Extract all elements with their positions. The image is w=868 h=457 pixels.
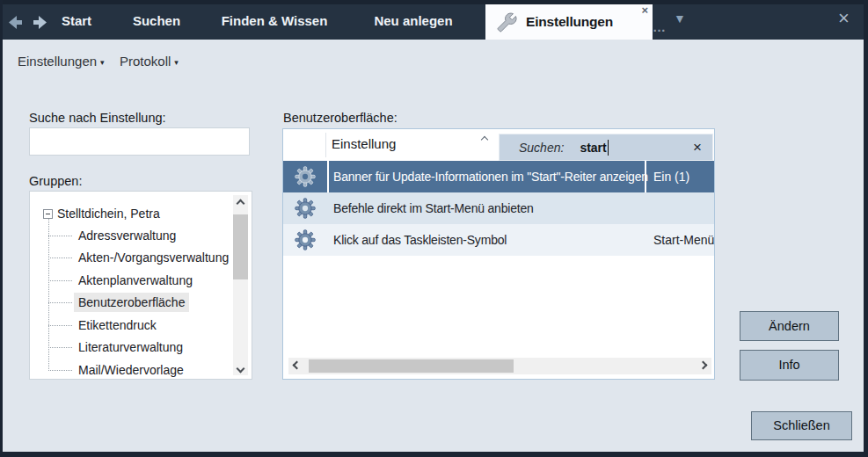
tree-item-aktenplanverwaltung[interactable]: Aktenplanverwaltung bbox=[74, 271, 197, 290]
setting-row-befehle-startmenu[interactable]: Befehle direkt im Start-Menü anbieten bbox=[283, 192, 714, 224]
section-label-benutzeroberflaeche: Benutzeroberfläche: bbox=[283, 111, 398, 125]
setting-row-banner-update[interactable]: Banner für Update-Informationen im "Star… bbox=[283, 161, 714, 192]
groups-tree: Stelltdichein, Petra Adressverwaltung Ak… bbox=[29, 191, 252, 380]
tree-connector-line bbox=[48, 370, 72, 371]
tab-suchen[interactable]: Suchen bbox=[128, 0, 186, 40]
title-bar: Start Suchen Finden & Wissen Neu anlegen… bbox=[0, 0, 868, 40]
scrollbar-thumb[interactable] bbox=[309, 359, 514, 373]
tab-finden-wissen[interactable]: Finden & Wissen bbox=[211, 0, 338, 40]
tab-neu-anlegen[interactable]: Neu anlegen bbox=[359, 0, 468, 40]
close-icon[interactable]: × bbox=[693, 141, 702, 155]
scroll-left-icon[interactable] bbox=[294, 362, 300, 368]
tab-einstellungen-active[interactable]: Einstellungen × bbox=[485, 4, 653, 40]
aendern-button[interactable]: Ändern bbox=[740, 311, 839, 341]
wrench-icon bbox=[497, 12, 517, 33]
grid-horizontal-scrollbar[interactable] bbox=[288, 358, 711, 374]
window-frame bbox=[0, 0, 3, 457]
menu-einstellungen[interactable]: Einstellungen ▾ bbox=[18, 54, 105, 69]
arrow-left-icon bbox=[8, 15, 27, 30]
tree-item-mail-wiedervorlage[interactable]: Mail/Wiedervorlage bbox=[74, 360, 188, 380]
gear-icon bbox=[294, 197, 317, 220]
setting-name: Befehle direkt im Start-Menü anbieten bbox=[333, 192, 534, 224]
tree-connector-line bbox=[48, 347, 72, 348]
nav-forward-button[interactable] bbox=[28, 15, 47, 30]
tree-vertical-scrollbar[interactable] bbox=[233, 195, 248, 375]
active-tab-label: Einstellungen bbox=[526, 14, 613, 30]
menu-protokoll-label: Protokoll bbox=[120, 54, 171, 69]
sort-ascending-icon bbox=[482, 137, 487, 142]
search-setting-label: Suche nach Einstellung: bbox=[29, 111, 166, 125]
gear-icon bbox=[294, 165, 317, 188]
settings-grid: Einstellung Suchen: start × Bann bbox=[282, 128, 715, 380]
scroll-up-icon[interactable] bbox=[237, 200, 244, 207]
column-header-label: Einstellung bbox=[332, 136, 396, 151]
setting-value: Start-Menü bbox=[653, 224, 714, 256]
menu-einstellungen-label: Einstellungen bbox=[18, 54, 97, 69]
grid-search-query[interactable]: start bbox=[580, 141, 606, 155]
tree-item-adressverwaltung[interactable]: Adressverwaltung bbox=[74, 226, 180, 245]
tab-list-dropdown-icon[interactable]: ▼ bbox=[674, 11, 686, 25]
scrollbar-thumb[interactable] bbox=[233, 214, 248, 279]
gear-icon bbox=[294, 228, 317, 251]
tree-connector-line bbox=[48, 236, 72, 236]
chevron-down-icon: ▾ bbox=[100, 56, 105, 67]
setting-value: Ein (1) bbox=[653, 161, 689, 192]
search-setting-input[interactable] bbox=[29, 127, 250, 156]
tree-item-etikettendruck[interactable]: Etikettendruck bbox=[74, 316, 161, 335]
nav-back-button[interactable] bbox=[8, 15, 27, 30]
setting-name: Banner für Update-Informationen im "Star… bbox=[333, 161, 648, 192]
scroll-down-icon[interactable] bbox=[237, 366, 244, 372]
tab-overflow-ellipsis[interactable]: … bbox=[653, 19, 667, 34]
tab-close-icon[interactable]: × bbox=[641, 4, 648, 17]
info-button[interactable]: Info bbox=[740, 350, 839, 381]
groups-label: Gruppen: bbox=[29, 174, 82, 188]
tree-item-akten-vorgangsverwaltung[interactable]: Akten-/Vorgangsverwaltung bbox=[74, 248, 233, 267]
tree-connector-line bbox=[48, 258, 72, 258]
tree-collapse-icon[interactable] bbox=[43, 209, 53, 219]
setting-row-taskleisten-symbol[interactable]: Klick auf das Taskleisten-Symbol Start-M… bbox=[283, 224, 714, 256]
window-frame bbox=[864, 0, 868, 457]
minus-glyph bbox=[46, 214, 50, 214]
window-frame bbox=[0, 452, 868, 457]
tree-connector-line bbox=[48, 325, 72, 326]
grid-search-label: Suchen: bbox=[519, 141, 564, 155]
tree-connector-line bbox=[48, 302, 72, 303]
arrow-right-icon bbox=[28, 15, 47, 30]
tree-connector-line bbox=[48, 280, 72, 281]
tree-root-item[interactable]: Stelltdichein, Petra bbox=[57, 204, 160, 223]
app-window: Start Suchen Finden & Wissen Neu anlegen… bbox=[0, 0, 868, 457]
grid-search-box[interactable]: Suchen: start × bbox=[499, 134, 713, 161]
tree-item-literaturverwaltung[interactable]: Literaturverwaltung bbox=[74, 337, 187, 357]
schliessen-button[interactable]: Schließen bbox=[751, 411, 852, 440]
chevron-down-icon: ▾ bbox=[174, 56, 179, 67]
tab-start[interactable]: Start bbox=[53, 0, 100, 40]
column-divider bbox=[325, 133, 326, 157]
tree-item-benutzeroberflaeche[interactable]: Benutzeroberfläche bbox=[74, 293, 189, 312]
setting-name: Klick auf das Taskleisten-Symbol bbox=[333, 224, 507, 256]
window-close-icon[interactable]: × bbox=[838, 9, 850, 28]
menu-protokoll[interactable]: Protokoll ▾ bbox=[120, 54, 179, 69]
cell-divider bbox=[327, 161, 329, 192]
scroll-right-icon[interactable] bbox=[700, 362, 706, 368]
